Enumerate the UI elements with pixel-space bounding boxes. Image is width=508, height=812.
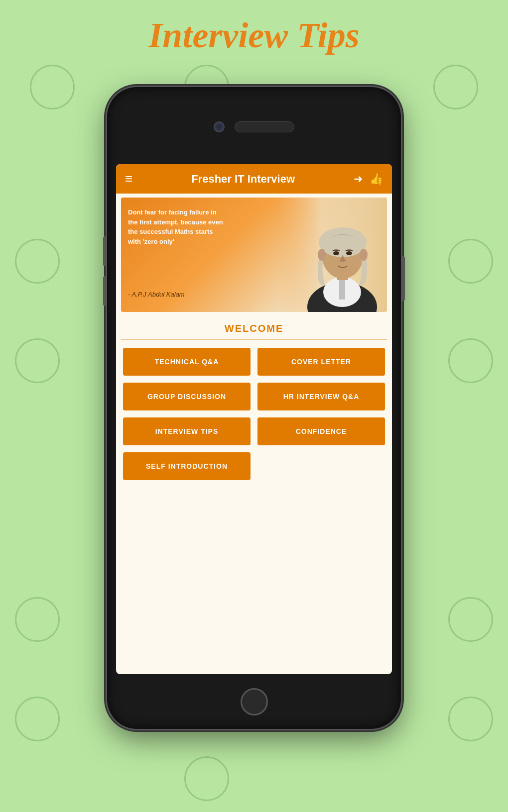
app-title: Fresher IT Interview <box>132 173 354 186</box>
welcome-section: WELCOME <box>121 316 387 340</box>
technical-qa-button[interactable]: TECHNICAL Q&A <box>123 348 251 376</box>
banner-attribution: - A.P.J Abdul Kalam <box>128 291 185 298</box>
welcome-text: WELCOME <box>225 323 283 334</box>
app-header: ≡ Fresher IT Interview ➜ 👍 <box>116 164 392 194</box>
svg-point-8 <box>346 251 352 255</box>
svg-rect-3 <box>339 280 345 300</box>
hr-interview-qa-button[interactable]: HR INTERVIEW Q&A <box>257 383 385 410</box>
like-icon[interactable]: 👍 <box>370 173 383 186</box>
interview-tips-button[interactable]: INTERVIEW TIPS <box>123 417 251 445</box>
svg-point-6 <box>319 227 367 257</box>
confidence-button[interactable]: CONFIDENCE <box>257 417 385 445</box>
motivational-banner: Dont fear for facing failure in the firs… <box>121 198 387 312</box>
cover-letter-button[interactable]: COVER LETTER <box>257 348 385 376</box>
self-introduction-button[interactable]: SELF INTRODUCTION <box>123 452 251 480</box>
svg-point-10 <box>360 249 368 261</box>
volume-up-button <box>103 236 107 266</box>
home-button[interactable] <box>241 688 268 715</box>
header-action-icons: ➜ 👍 <box>354 173 383 186</box>
phone-top-bar <box>107 87 401 167</box>
volume-down-button <box>103 276 107 306</box>
speaker-grille <box>235 121 294 132</box>
banner-quote-text: Dont fear for facing failure in the firs… <box>128 207 228 246</box>
power-button <box>401 256 405 301</box>
svg-point-7 <box>333 251 339 255</box>
share-icon[interactable]: ➜ <box>354 173 363 186</box>
group-discussion-button[interactable]: GROUP DISCUSSION <box>123 383 251 410</box>
svg-point-9 <box>318 249 326 261</box>
menu-buttons-grid: TECHNICAL Q&A COVER LETTER GROUP DISCUSS… <box>116 340 392 488</box>
page-title: Interview Tips <box>0 15 508 56</box>
phone-screen: ≡ Fresher IT Interview ➜ 👍 Dont fear for… <box>116 164 392 674</box>
phone-bottom-bar <box>107 674 401 729</box>
front-camera <box>214 121 225 132</box>
phone-frame: ≡ Fresher IT Interview ➜ 👍 Dont fear for… <box>107 87 401 729</box>
menu-icon[interactable]: ≡ <box>125 171 132 187</box>
banner-person-image <box>277 198 387 312</box>
